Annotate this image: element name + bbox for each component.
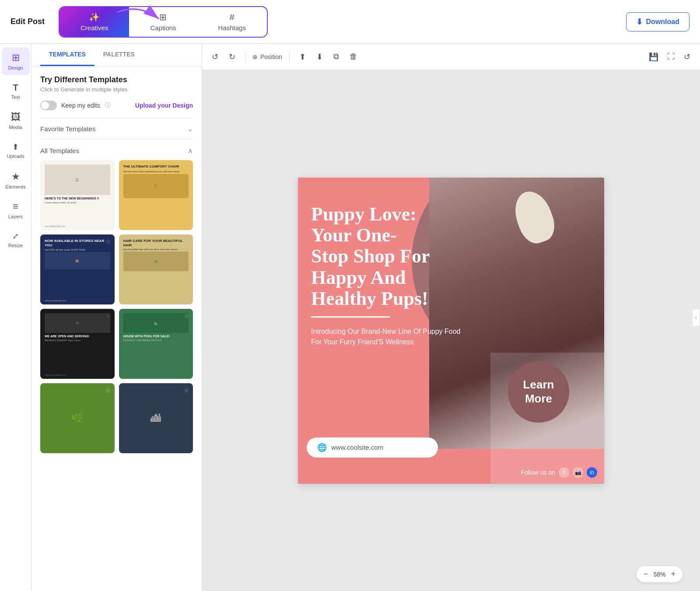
layers-icon: ≡ [13,201,18,212]
favorite-star-4[interactable]: ☆ [184,238,189,245]
resize-icon: ⤢ [12,231,19,241]
tab-group: ✨ Creatives ⊞ Captions # Hashtags [59,6,268,38]
favorite-chevron-icon: ⌄ [187,125,193,133]
tab-creatives-label: Creatives [80,24,108,31]
sidebar-item-media[interactable]: 🖼 Media [2,107,30,135]
save-button[interactable]: 💾 [646,49,661,64]
template-card-1[interactable]: 🏠 HERE'S TO THE NEW BEGINNINGS !! Lorem … [40,160,115,230]
sidebar-item-text[interactable]: T Text [2,77,30,105]
zoom-bar: − 58% + [637,566,682,582]
zoom-in-button[interactable]: + [671,570,676,579]
zoom-out-button[interactable]: − [644,570,648,579]
sidebar-item-uploads[interactable]: ⬆ Uploads [2,136,30,164]
undo-button[interactable]: ↺ [209,49,221,64]
template-card-3[interactable]: NOW AVAILABLE IN STORES NEAR YOU Get 25%… [40,234,115,304]
topbar: Edit Post ✨ Creatives ⊞ Captions # Hasht… [0,0,700,44]
sidebar-item-design[interactable]: ⊞ Design [2,47,30,75]
favorite-star-2[interactable]: ☆ [184,164,189,171]
duplicate-button[interactable]: ⧉ [331,49,342,64]
keep-edits-toggle[interactable] [40,101,57,110]
favorite-star-8[interactable]: ☆ [184,387,189,394]
sidebar-item-layers[interactable]: ≡ Layers [2,196,30,224]
canvas-follow-text: Follow us on [521,469,555,476]
uploads-icon: ⬆ [12,142,19,152]
linkedin-icon: in [587,467,597,478]
canvas-wrapper: Puppy Love:Your One-Stop Shop ForHappy A… [298,178,604,484]
favorite-star-1[interactable]: ☆ [105,164,111,171]
canvas-toolbar: ↺ ↻ ⊕ Position ⬆ ⬇ ⧉ 🗑 💾 ⛶ ↺ [202,44,700,70]
canvas-url-text: www.coolsite.com [331,444,383,451]
reset-button[interactable]: ↺ [681,49,693,64]
tab-palettes[interactable]: PALETTES [94,44,144,66]
canvas-cta-text: Learn More [508,378,569,405]
template-card-6[interactable]: 🏊 HOUSE WITH POOL FOR SALE! CONTACT FOR … [119,309,193,379]
panel-subtitle: Click to Generate in multiple styles [40,86,193,93]
canvas-subtext: Introducing Our Brand-New Line Of Puppy … [311,326,469,347]
favorite-templates-section[interactable]: Favorite Templates ⌄ [40,118,193,140]
canvas-headline: Puppy Love:Your One-Stop Shop ForHappy A… [311,204,469,310]
favorite-star-7[interactable]: ☆ [105,387,111,394]
captions-icon: ⊞ [159,12,167,22]
tab-templates[interactable]: TEMPLATES [40,44,94,66]
upload-design-link[interactable]: Upload your Design [135,102,193,109]
tab-hashtags[interactable]: # Hashtags [197,7,267,37]
canvas-url-bar: 🌐 www.coolsite.com [307,437,438,458]
fullscreen-button[interactable]: ⛶ [665,49,678,64]
bring-forward-button[interactable]: ⬆ [297,49,308,64]
main-layout: ⊞ Design T Text 🖼 Media ⬆ Uploads ★ Elem… [0,44,700,591]
download-icon: ⬇ [636,17,643,27]
sidebar-item-elements[interactable]: ★ Elements [2,166,30,194]
toolbar-right: 💾 ⛶ ↺ [646,49,693,64]
sidebar-uploads-label: Uploads [7,154,24,159]
favorite-star-5[interactable]: ☆ [105,312,111,319]
canvas-footer: Follow us on f 📷 in [521,467,597,478]
canvas-cta-circle[interactable]: Learn More [508,361,569,423]
elements-icon: ★ [11,171,20,182]
collapse-panel-button[interactable]: ‹ [692,309,700,326]
sidebar-text-label: Text [11,94,20,100]
globe-icon: 🌐 [317,443,327,452]
redo-button[interactable]: ↻ [226,49,238,64]
canvas-area: ↺ ↻ ⊕ Position ⬆ ⬇ ⧉ 🗑 💾 ⛶ ↺ ‹ [202,44,700,591]
position-button[interactable]: ⊕ Position [252,53,282,60]
all-templates-label: All Templates [40,147,79,154]
favorite-star-6[interactable]: ☆ [184,312,189,319]
templates-grid: 🏠 HERE'S TO THE NEW BEGINNINGS !! Lorem … [40,160,193,453]
send-backward-button[interactable]: ⬇ [314,49,326,64]
all-templates-chevron-icon[interactable]: ∧ [188,147,193,155]
design-icon: ⊞ [12,52,20,63]
sidebar-item-resize[interactable]: ⤢ Resize [2,226,30,254]
canvas-text-block: Puppy Love:Your One-Stop Shop ForHappy A… [311,204,469,348]
tab-captions[interactable]: ⊞ Captions [129,7,197,37]
template-card-5[interactable]: 🍽 WE ARE OPEN AND SERVING! MONDAY-SUNDAY… [40,309,115,379]
left-panel: TEMPLATES PALETTES Try Different Templat… [32,44,202,591]
sidebar-media-label: Media [9,125,22,130]
layers-stack-icon: ⊕ [252,53,258,60]
position-label: Position [260,53,282,60]
instagram-icon: 📷 [573,467,583,478]
delete-button[interactable]: 🗑 [347,49,360,64]
facebook-icon: f [559,467,569,478]
template-card-2[interactable]: THE ULTIMATE COMFORT CHAIR Get the best … [119,160,193,230]
template-card-8[interactable]: 🏙 ☆ [119,383,193,453]
icon-sidebar: ⊞ Design T Text 🖼 Media ⬆ Uploads ★ Elem… [0,44,32,591]
design-canvas[interactable]: Puppy Love:Your One-Stop Shop ForHappy A… [298,178,604,484]
text-icon: T [13,83,18,93]
sidebar-resize-label: Resize [8,243,23,248]
hashtags-icon: # [230,12,234,22]
sidebar-elements-label: Elements [6,184,26,189]
edit-post-button[interactable]: Edit Post [10,17,45,26]
toggle-row: Keep my edits ⓘ Upload your Design [40,101,193,110]
canvas-underline [311,316,390,318]
tab-creatives[interactable]: ✨ Creatives [60,7,129,37]
sidebar-design-label: Design [8,65,23,70]
panel-title: Try Different Templates [40,75,193,84]
zoom-level: 58% [653,571,665,578]
favorite-star-3[interactable]: ☆ [105,238,111,245]
download-button[interactable]: ⬇ Download [626,12,690,31]
template-card-7[interactable]: 🌿 ☆ [40,383,115,453]
info-icon[interactable]: ⓘ [105,101,111,109]
tab-hashtags-label: Hashtags [218,24,246,31]
template-card-4[interactable]: HAIR CARE FOR YOUR BEAUTIFUL HAIR Get be… [119,234,193,304]
canvas-scroll[interactable]: Puppy Love:Your One-Stop Shop ForHappy A… [280,70,622,591]
